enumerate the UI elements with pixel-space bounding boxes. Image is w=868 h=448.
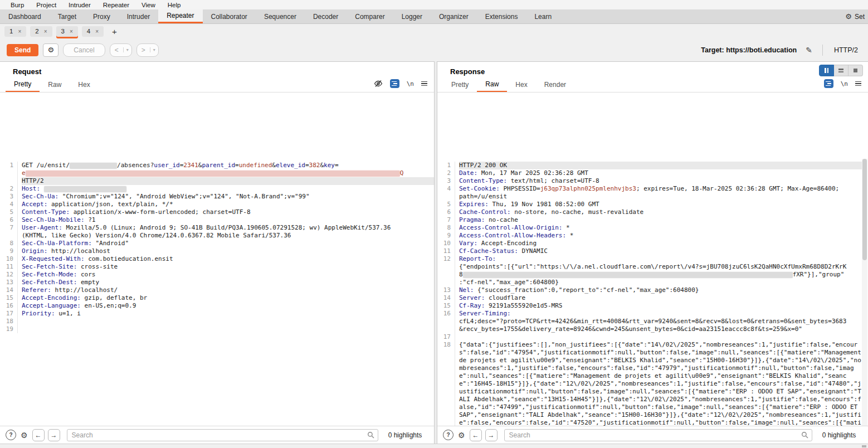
line-number: 4 — [0, 201, 18, 208]
add-tab-button[interactable]: + — [108, 27, 121, 36]
repeater-tab-4[interactable]: 4× — [82, 26, 104, 37]
pause-icon — [825, 68, 828, 73]
line-number: 16 — [0, 302, 18, 310]
menu-help[interactable]: Help — [162, 2, 187, 8]
close-icon[interactable]: × — [44, 28, 47, 35]
tab-sequencer[interactable]: Sequencer — [256, 9, 305, 23]
editor-menu-icon[interactable] — [855, 81, 861, 86]
menu-burp[interactable]: Burp — [4, 2, 30, 8]
tab-comparer[interactable]: Comparer — [347, 9, 393, 23]
line-number: 15 — [0, 294, 18, 302]
response-scrollbar[interactable] — [862, 159, 867, 426]
newline-toggle-icon[interactable]: \n — [407, 80, 414, 87]
cancel-button[interactable]: Cancel — [63, 43, 105, 57]
request-tab-hex[interactable]: Hex — [70, 77, 98, 92]
syntax-highlight-icon[interactable] — [824, 79, 833, 88]
search-input[interactable] — [504, 429, 812, 441]
editor-line: 12Report-To:{"endpoints":[{"url":"https:… — [437, 255, 862, 286]
syntax-highlight-icon[interactable] — [390, 79, 399, 88]
redacted-block — [26, 171, 400, 177]
tab-decoder[interactable]: Decoder — [305, 9, 347, 23]
tab-logger[interactable]: Logger — [393, 9, 431, 23]
line-number: 18 — [0, 318, 18, 325]
tab-dashboard[interactable]: Dashboard — [0, 9, 50, 23]
response-tab-raw[interactable]: Raw — [477, 77, 507, 92]
search-prev-button[interactable]: ← — [32, 429, 45, 441]
help-icon[interactable]: ? — [443, 430, 453, 440]
edit-pencil-icon[interactable]: ✎ — [806, 46, 812, 55]
close-icon[interactable]: × — [18, 28, 21, 35]
hide-nonprintable-icon[interactable] — [374, 80, 383, 87]
prev-label: < — [110, 46, 123, 54]
newline-toggle-icon[interactable]: \n — [841, 80, 848, 87]
single-view-button[interactable] — [849, 65, 863, 76]
chevron-down-icon[interactable]: ▾ — [150, 47, 158, 52]
close-icon[interactable]: × — [95, 28, 99, 35]
line-number: 1 — [437, 162, 455, 169]
next-request-button[interactable]: > ▾ — [136, 43, 159, 57]
tab-extensions[interactable]: Extensions — [477, 9, 526, 23]
request-editor-icons: \n — [374, 77, 427, 90]
line-number: 13 — [437, 286, 455, 294]
search-next-button[interactable]: → — [48, 429, 60, 441]
rows-layout-button[interactable] — [834, 65, 849, 76]
repeater-tab-label: 1 — [9, 28, 13, 35]
response-search-bar: ? ⚙ ← → 0 highlights — [437, 426, 868, 444]
square-icon — [854, 69, 857, 72]
request-panel: Request PrettyRawHex \n 1GET /u/ensit//a… — [0, 61, 435, 444]
tab-learn[interactable]: Learn — [526, 9, 560, 23]
send-button[interactable]: Send — [7, 44, 38, 56]
repeater-tab-2[interactable]: 2× — [30, 26, 52, 37]
response-tab-hex[interactable]: Hex — [507, 77, 535, 92]
resize-grip[interactable] — [862, 445, 866, 447]
request-tab-pretty[interactable]: Pretty — [6, 77, 40, 92]
application-menu-bar: BurpProjectIntruderRepeaterViewHelp — [0, 0, 868, 9]
tab-organizer[interactable]: Organizer — [431, 9, 477, 23]
request-editor[interactable]: 1GET /u/ensit//absences?user_id=2341&par… — [0, 159, 434, 426]
menu-repeater[interactable]: Repeater — [97, 2, 135, 8]
response-tab-pretty[interactable]: Pretty — [443, 77, 477, 92]
prev-request-button[interactable]: < ▾ — [110, 43, 132, 57]
menu-project[interactable]: Project — [30, 2, 62, 8]
toolbar-divider — [822, 45, 823, 56]
tab-repeater[interactable]: Repeater — [158, 9, 202, 23]
request-settings-button[interactable]: ⚙ — [43, 43, 58, 57]
editor-line: 4Accept: application/json, text/plain, *… — [0, 201, 434, 208]
line-number: 4 — [437, 185, 455, 201]
window-bottom-strip — [0, 444, 868, 448]
search-prev-button[interactable]: ← — [470, 429, 482, 441]
tab-collaborator[interactable]: Collaborator — [203, 9, 256, 23]
menu-intruder[interactable]: Intruder — [62, 2, 97, 8]
request-tab-raw[interactable]: Raw — [40, 77, 70, 92]
editor-line: 18 — [0, 318, 434, 325]
editor-line: 5Content-Type: application/x-www-form-ur… — [0, 208, 434, 216]
response-tab-render[interactable]: Render — [536, 77, 574, 92]
menu-view[interactable]: View — [135, 2, 162, 8]
search-next-button[interactable]: → — [485, 429, 498, 441]
editor-line: 6Sec-Ch-Ua-Mobile: ?1 — [0, 216, 434, 224]
tab-intruder[interactable]: Intruder — [119, 9, 158, 23]
line-number: 14 — [437, 294, 455, 302]
editor-menu-icon[interactable] — [421, 81, 427, 86]
protocol-label: HTTP/2 — [834, 46, 858, 54]
tab-proxy[interactable]: Proxy — [85, 9, 119, 23]
pause-updates-button[interactable] — [819, 65, 834, 76]
repeater-tab-3[interactable]: 3× — [56, 26, 78, 37]
search-settings-gear-icon[interactable]: ⚙ — [21, 431, 28, 440]
editor-line: 15Accept-Encoding: gzip, deflate, br — [0, 294, 434, 302]
line-number: 11 — [0, 263, 18, 271]
chevron-down-icon[interactable]: ▾ — [123, 47, 131, 52]
search-settings-gear-icon[interactable]: ⚙ — [458, 431, 465, 440]
editor-line: 12Sec-Fetch-Mode: cors — [0, 271, 434, 279]
scrollbar-thumb[interactable] — [862, 159, 867, 260]
search-input[interactable] — [67, 429, 378, 441]
settings-button[interactable]: ⚙ Set — [840, 9, 868, 23]
tab-target[interactable]: Target — [50, 9, 85, 23]
help-icon[interactable]: ? — [6, 430, 16, 440]
repeater-tab-1[interactable]: 1× — [4, 26, 26, 37]
line-number: 2 — [437, 169, 455, 177]
editor-line: 16Accept-Language: en-US,en;q=0.9 — [0, 302, 434, 310]
close-icon[interactable]: × — [70, 28, 73, 35]
editor-line: 1GET /u/ensit//absences?user_id=2341&par… — [0, 162, 434, 185]
response-editor[interactable]: 1HTTP/2 200 OK2Date: Mon, 17 Mar 2025 02… — [437, 159, 862, 426]
